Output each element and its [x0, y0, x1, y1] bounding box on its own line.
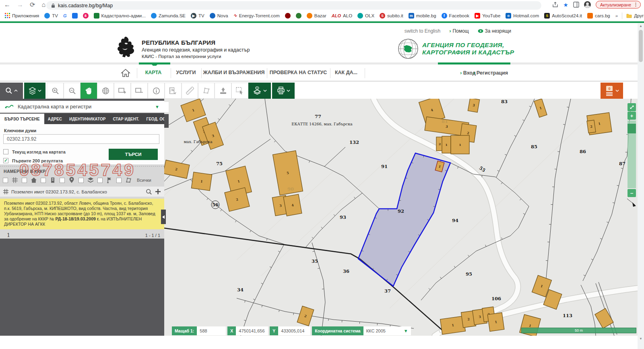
upload-tool-button[interactable] — [215, 83, 231, 99]
accessibility-link[interactable]: За незрящи — [478, 28, 511, 34]
bookmark-item[interactable]: ALOALO — [332, 13, 352, 19]
bookmark-item[interactable]: fFacebook — [442, 13, 470, 19]
map-canvas[interactable]: 12321125344322113112112123211 7713291759… — [164, 99, 638, 336]
bookmark-item[interactable]: Ssubito.it — [380, 13, 403, 19]
page-scrollbar[interactable]: ▲ ▼ — [638, 23, 644, 349]
help-link[interactable]: ›Помощ — [449, 28, 469, 34]
bookmark-item[interactable] — [296, 13, 301, 19]
home-nav-icon[interactable] — [121, 69, 130, 77]
zoom-rect-out-tool-button[interactable] — [131, 83, 148, 99]
bookmarks-overflow-icon[interactable]: » — [615, 13, 618, 18]
bookmark-item[interactable]: Bazar — [307, 13, 326, 19]
switch-to-english-link[interactable]: switch to English — [405, 28, 440, 34]
print-tool-button[interactable] — [272, 83, 295, 99]
bookmark-item[interactable] — [72, 13, 78, 19]
search-tab-1[interactable]: АДРЕС — [44, 114, 66, 124]
menu-dots-icon[interactable]: ⋮ — [634, 2, 638, 7]
bookmark-item[interactable]: Zamunda.SE — [151, 13, 186, 19]
pan-tool-button[interactable] — [80, 83, 97, 99]
scale-input[interactable]: 588 — [197, 326, 226, 335]
update-chrome-button[interactable]: Актуализиране ⋮ — [596, 1, 641, 8]
cadastre-map[interactable]: 12321125344322113112112123211 7713291759… — [164, 99, 638, 336]
zoom-to-result-icon[interactable] — [146, 189, 152, 195]
add-result-icon[interactable] — [155, 189, 161, 195]
bookmark-item[interactable]: oHotmail.com — [506, 13, 539, 19]
polygon-filter-checkbox[interactable] — [116, 178, 122, 183]
grid-filter-checkbox[interactable] — [3, 178, 8, 183]
home-icon[interactable]: ⌂ — [41, 1, 45, 8]
zoom-in-tool-button[interactable] — [47, 83, 64, 99]
reload-icon[interactable]: ⟳ — [30, 1, 35, 8]
share-icon[interactable] — [552, 2, 558, 8]
address-bar[interactable]: kais.cadastre.bg/bg/Map — [46, 1, 541, 10]
keywords-input[interactable] — [3, 134, 159, 144]
search-submit-button[interactable]: ТЪРСИ — [109, 149, 158, 160]
flag-filter-checkbox[interactable] — [97, 178, 103, 183]
register-link[interactable]: › Регистрация — [473, 70, 508, 76]
full-extent-tool-button[interactable] — [97, 83, 114, 99]
first-200-checkbox-row[interactable]: ✓ Първите 200 резултата — [3, 158, 63, 163]
fullscreen-button[interactable] — [627, 103, 636, 111]
nav-item-proverka[interactable]: ПРОВЕРКА НА СТАТУС — [270, 70, 327, 75]
selection-list-button[interactable]: 0 — [601, 83, 623, 99]
info-tool-button[interactable] — [148, 83, 165, 99]
zoom-rect-in-tool-button[interactable] — [114, 83, 131, 99]
crs-select[interactable]: ККС 2005 ▼ — [363, 326, 411, 335]
scroll-down-icon[interactable]: ▼ — [638, 336, 644, 342]
search-tool-button[interactable] — [0, 83, 23, 99]
zoom-slider-track[interactable] — [627, 120, 636, 188]
house-filter-checkbox[interactable] — [22, 178, 27, 183]
first-200-checkbox[interactable]: ✓ — [3, 158, 8, 163]
bookmark-item[interactable]: ▶YouTube — [475, 13, 500, 19]
search-tab-0[interactable]: БЪРЗО ТЪРСЕНЕ — [0, 114, 44, 124]
bookmark-item[interactable]: G — [63, 13, 67, 19]
profile-avatar[interactable] — [584, 1, 591, 8]
y-input[interactable]: 433005,014 — [278, 326, 310, 335]
select-tool-button[interactable] — [231, 83, 248, 99]
pin-filter-checkbox[interactable] — [60, 178, 65, 183]
layer-info-tool-button[interactable] — [248, 83, 271, 99]
search-tab-2[interactable]: ИДЕНТИФИКАТОР — [66, 114, 109, 124]
scroll-up-icon[interactable]: ▲ — [638, 23, 644, 29]
bookmark-item[interactable]: TV — [44, 13, 58, 19]
nav-item-karta[interactable]: КАРТА — [145, 70, 162, 75]
bookmark-star-icon[interactable]: ★ — [563, 2, 568, 8]
map-type-dropdown[interactable]: Кадастрална карта и регистри ▼ — [0, 101, 164, 113]
layers-tool-button[interactable] — [24, 83, 45, 99]
result-row[interactable]: Поземлен имот 02302.173.92, с. Балабанск… — [0, 187, 164, 197]
apps-grid-button[interactable]: Приложения — [5, 13, 39, 18]
layers-filter-checkbox[interactable] — [78, 178, 84, 183]
bookmark-item[interactable]: ▶TV — [191, 13, 204, 19]
zoom-slider-handle[interactable] — [627, 124, 636, 133]
current-view-checkbox-row[interactable]: Текущ изглед на картата — [3, 149, 66, 154]
ruler-tool-button[interactable] — [182, 83, 198, 99]
nav-item-uslugi[interactable]: УСЛУГИ — [176, 70, 196, 75]
selected-parcel-92[interactable] — [358, 153, 450, 286]
nav-item-kak-da[interactable]: КАК ДА... — [335, 70, 357, 75]
sidebar-collapse-handle[interactable] — [161, 210, 166, 224]
forward-icon[interactable]: → — [17, 1, 23, 8]
bookmark-item[interactable]: OLX — [357, 13, 374, 19]
building-filter-checkbox[interactable] — [41, 178, 46, 183]
back-icon[interactable]: ← — [4, 1, 10, 8]
bookmark-item[interactable]: SAutoScout24.it — [544, 13, 582, 19]
measure-tool-button[interactable] — [165, 83, 182, 99]
bookmark-item[interactable] — [285, 13, 291, 19]
bookmark-item[interactable]: Кадастрално-адми... — [94, 13, 146, 19]
bookmark-item[interactable]: 8 — [83, 13, 89, 19]
bookmark-item[interactable]: mmobile.bg — [409, 13, 436, 19]
polygon-tool-button[interactable] — [198, 83, 215, 99]
bookmark-item[interactable]: cars.bg — [587, 13, 610, 19]
page-number[interactable]: 1 — [7, 232, 10, 238]
bookmark-item[interactable]: ∿Energy-Torrent.com — [233, 13, 280, 19]
sidepanel-icon[interactable] — [573, 2, 579, 8]
bookmark-item[interactable]: Nova — [210, 13, 228, 19]
search-tab-3[interactable]: СТАР ИДЕНТ. — [109, 114, 142, 124]
other-bookmarks-button[interactable]: Други отметки — [626, 13, 644, 18]
zoom-out-tool-button[interactable] — [64, 83, 80, 99]
zoom-in-button[interactable]: + — [627, 112, 636, 120]
zoom-out-button[interactable]: − — [627, 189, 636, 197]
x-input[interactable]: 4750141,656 — [236, 326, 268, 335]
current-view-checkbox[interactable] — [3, 149, 8, 154]
nav-item-zhalbi[interactable]: ЖАЛБИ И ВЪЗРАЖЕНИЯ — [203, 70, 264, 75]
